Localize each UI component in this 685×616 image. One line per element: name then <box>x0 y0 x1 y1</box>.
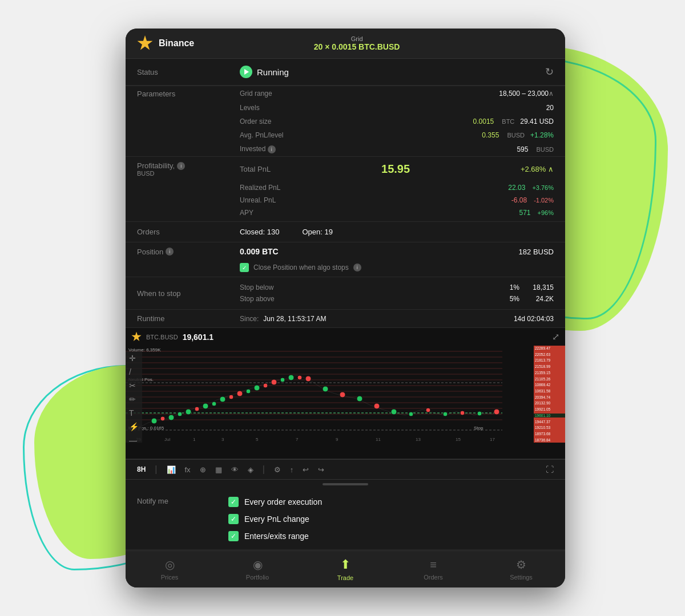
chart-expand-icon[interactable]: ⤢ <box>552 331 559 342</box>
svg-text:5: 5 <box>256 437 259 442</box>
refresh-icon[interactable]: ↻ <box>545 66 554 78</box>
price-label: 20132.90 <box>534 401 565 405</box>
timeframe-button[interactable]: 8H <box>137 465 146 473</box>
svg-point-33 <box>443 412 448 416</box>
levels-row: Levels 20 <box>126 101 565 115</box>
svg-point-22 <box>254 385 260 391</box>
price-label: 22052.63 <box>534 352 565 356</box>
when-to-stop-section: When to stop Stop below 1% 18,315 Stop a… <box>126 277 565 310</box>
svg-text:11: 11 <box>376 437 381 442</box>
svg-point-27 <box>340 392 345 398</box>
nav-prices[interactable]: ◎ Prices <box>126 551 213 587</box>
svg-point-17 <box>168 415 174 420</box>
chart-symbol: BTC.BUSD <box>146 334 178 341</box>
svg-point-42 <box>246 389 251 394</box>
unreal-pnl-row: Unreal. PnL -6.08 -1.02% <box>126 194 565 206</box>
settings-nav-icon: ⚙ <box>516 558 526 572</box>
nav-trade[interactable]: ⬆ Trade <box>301 551 389 587</box>
price-label: 18736.84 <box>534 438 565 442</box>
nav-portfolio[interactable]: ◉ Portfolio <box>213 551 301 587</box>
redo-icon[interactable]: ↪ <box>318 465 324 474</box>
stop-above-pct: 5% <box>497 295 519 303</box>
main-content: Status Running ↻ Parameters Grid range 1… <box>126 59 565 561</box>
chevron-up-icon[interactable]: ∧ <box>549 90 554 98</box>
svg-point-29 <box>374 403 380 409</box>
total-pnl-value: 15.95 <box>381 163 410 176</box>
svg-text:Stop: Stop <box>474 425 483 431</box>
chart-body: Neutral Pos. Volume: 6,359K Max Pos.: 0.… <box>126 346 565 443</box>
undo-icon[interactable]: ↩ <box>303 465 309 474</box>
position-info-icon[interactable]: i <box>166 248 174 256</box>
pen-tool-icon[interactable]: ✏ <box>129 395 139 404</box>
crosshair-tool-icon[interactable]: ✛ <box>129 354 139 363</box>
position-main-row: Position i 0.009 BTC 182 BUSD <box>126 242 565 261</box>
indicators-icon[interactable]: 📊 <box>167 465 176 474</box>
levels-label: Levels <box>240 104 541 112</box>
price-label: 20394.74 <box>534 395 565 399</box>
svg-text:17: 17 <box>490 437 495 442</box>
total-pnl-label: Total PnL <box>240 165 271 173</box>
runtime-elapsed: 14d 02:04:03 <box>514 315 554 323</box>
app-header: Binance Grid 20 × 0.0015 BTC.BUSD <box>126 29 565 59</box>
svg-point-38 <box>178 412 182 416</box>
fx-button[interactable]: fx <box>185 465 191 474</box>
nav-orders[interactable]: ≡ Orders <box>389 551 477 587</box>
orders-nav-icon: ≡ <box>430 558 437 572</box>
notify-item-1-text: Every order execution <box>244 497 322 506</box>
svg-point-26 <box>323 386 328 392</box>
text-tool-icon[interactable]: T <box>129 408 139 418</box>
realized-pnl-row: Realized PnL 22.03 +3.76% <box>126 181 565 194</box>
stop-below-row: Stop below 1% 18,315 <box>240 282 554 293</box>
running-text: Running <box>257 67 289 77</box>
fullscreen-icon[interactable]: ⛶ <box>546 465 554 474</box>
orders-content: Closed: 130 Open: 19 <box>240 228 333 236</box>
line-tool-icon[interactable]: / <box>129 367 139 376</box>
grid-range-row: Parameters Grid range 18,500 – 23,000 ∧ <box>126 86 565 101</box>
nav-settings[interactable]: ⚙ Settings <box>477 551 565 587</box>
app-container: Binance Grid 20 × 0.0015 BTC.BUSD Status… <box>126 29 565 587</box>
unreal-pnl-value: -6.08 <box>511 196 527 204</box>
svg-text:13: 13 <box>416 437 421 442</box>
when-to-stop-label: When to stop <box>137 289 240 298</box>
order-size-row: Order size 0.0015 BTC 29.41 USD <box>126 115 565 128</box>
portfolio-icon: ◉ <box>253 558 263 572</box>
price-label: 10868.42 <box>534 383 565 387</box>
crosshair-toolbar-icon[interactable]: ⊕ <box>200 465 206 474</box>
more-tools-icon[interactable]: — <box>129 436 139 443</box>
layers-icon[interactable]: ◈ <box>248 465 253 474</box>
header-grid-label: Grid <box>314 35 400 42</box>
share-icon[interactable]: ↑ <box>290 465 294 474</box>
notify-checkbox-3[interactable]: ✓ <box>228 531 239 541</box>
notify-checkbox-2[interactable]: ✓ <box>228 514 239 524</box>
svg-point-23 <box>271 379 277 385</box>
svg-point-28 <box>357 396 362 402</box>
runtime-since-value: Jun 28, 11:53:17 AM <box>263 315 326 323</box>
orders-section: Orders Closed: 130 Open: 19 <box>126 222 565 242</box>
layout-icon[interactable]: ▦ <box>215 465 222 474</box>
order-size-label: Order size <box>240 117 468 125</box>
stop-rows: Stop below 1% 18,315 Stop above 5% 24.2K <box>240 282 554 305</box>
prices-label: Prices <box>161 574 179 581</box>
measure-tool-icon[interactable]: ⚡ <box>129 422 139 431</box>
scroll-handle[interactable] <box>323 483 368 485</box>
close-position-info-icon[interactable]: i <box>353 264 361 271</box>
status-label: Status <box>137 68 240 76</box>
price-label: 19447.37 <box>534 420 565 424</box>
notify-checkbox-1[interactable]: ✓ <box>228 497 239 507</box>
settings-toolbar-icon[interactable]: ⚙ <box>274 465 281 474</box>
svg-point-18 <box>186 409 191 415</box>
eye-icon[interactable]: 👁 <box>231 465 239 474</box>
chart-toolbar: 8H | 📊 fx ⊕ ▦ 👁 ◈ | ⚙ ↑ ↩ ↪ ⛶ <box>126 459 565 480</box>
parameters-label: Parameters <box>137 90 240 98</box>
svg-point-34 <box>460 411 465 415</box>
header-brand: Binance <box>159 38 194 48</box>
invested-info-icon[interactable]: i <box>268 145 276 153</box>
price-label: 21518.99 <box>534 364 565 368</box>
runtime-section: Runtime Since: Jun 28, 11:53:17 AM 14d 0… <box>126 310 565 328</box>
header-center: Grid 20 × 0.0015 BTC.BUSD <box>314 35 400 51</box>
profitability-info-icon[interactable]: i <box>177 162 185 170</box>
scissors-tool-icon[interactable]: ✂ <box>129 381 139 390</box>
close-position-checkbox[interactable]: ✓ <box>240 263 249 272</box>
svg-text:15: 15 <box>456 437 461 442</box>
notify-label: Notify me <box>137 497 168 505</box>
